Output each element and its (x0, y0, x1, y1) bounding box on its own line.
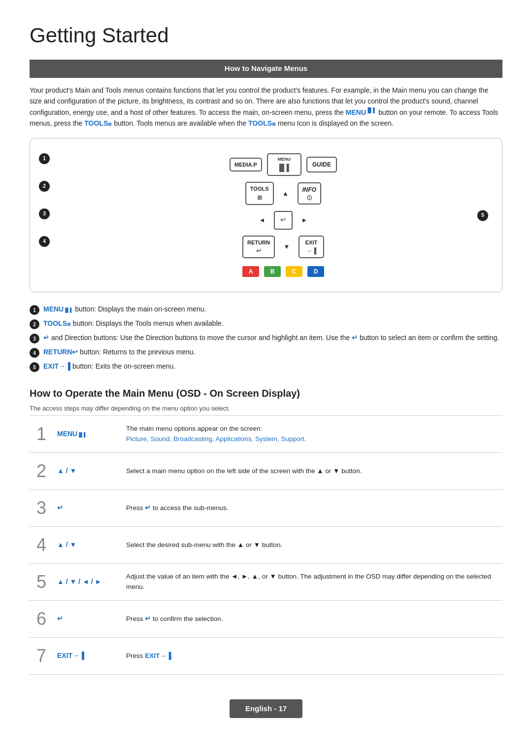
label-circle-2: 2 (39, 181, 50, 192)
label-circle-5: 5 (477, 210, 488, 221)
remote-diagram-buttons: MEDIA.P MENU ▐▌▌ GUIDE TOOLS ⊞ ▲ INFO ⓘ … (79, 153, 487, 277)
color-button-c: C (286, 266, 302, 277)
down-arrow-button: ▼ (280, 240, 294, 254)
osd-table: 1 MENU▐▌▌ The main menu options appear o… (30, 415, 502, 675)
osd-row-3: 3 ↵ Press ↵ to access the sub-menus. (30, 489, 502, 526)
osd-step-3: 3 (30, 489, 53, 526)
osd-step-1: 1 (30, 415, 53, 452)
osd-desc-5: Adjust the value of an item with the ◄, … (122, 563, 502, 600)
label-circle-3: 3 (39, 208, 50, 219)
osd-step-7: 7 (30, 637, 53, 674)
osd-desc-2: Select a main menu option on the left si… (122, 452, 502, 489)
color-buttons-row: A B C D (242, 266, 324, 277)
bullet-item-1: 1 MENU▐▌▌ button: Displays the main on-s… (30, 304, 502, 315)
bullet-enter-ref: ↵ (43, 334, 49, 342)
osd-desc-6: Press ↵ to confirm the selection. (122, 600, 502, 637)
remote-row-2: TOOLS ⊞ ▲ INFO ⓘ (245, 182, 321, 205)
bullet-return-ref: RETURN↩ (43, 348, 78, 356)
right-arrow-button: ► (298, 213, 311, 227)
tools-icon: ⊞ (257, 193, 262, 202)
osd-step-5: 5 (30, 563, 53, 600)
bullet-num-5: 5 (30, 362, 39, 372)
intro-paragraph: Your product's Main and Tools menus cont… (30, 85, 502, 129)
osd-row-4: 4 ▲ / ▼ Select the desired sub-menu with… (30, 526, 502, 563)
color-button-d: D (307, 266, 324, 277)
bullet-item-2: 2 TOOLS⊞ button: Displays the Tools menu… (30, 318, 502, 329)
bullet-num-3: 3 (30, 334, 39, 344)
osd-row-7: 7 EXIT→▐ Press EXIT→▐. (30, 637, 502, 674)
section-header: How to Navigate Menus (30, 60, 502, 78)
tools-button-ref: TOOLS⊞ (84, 119, 112, 127)
bullet-num-1: 1 (30, 305, 39, 315)
bullet-exit-ref: EXIT→▐ (43, 362, 70, 370)
label-circle-1: 1 (39, 153, 50, 164)
osd-step-6: 6 (30, 600, 53, 637)
osd-row-5: 5 ▲ / ▼ / ◄ / ► Adjust the value of an i… (30, 563, 502, 600)
return-button: RETURN ↩ (242, 236, 275, 259)
info-button: INFO ⓘ (298, 182, 322, 205)
guide-button: GUIDE (306, 157, 337, 172)
osd-subtitle: The access steps may differ depending on… (30, 404, 502, 413)
return-icon: ↩ (256, 246, 261, 255)
osd-links-1: Picture, Sound, Broadcasting, Applicatio… (126, 435, 306, 443)
osd-control-2: ▲ / ▼ (53, 452, 122, 489)
osd-row-2: 2 ▲ / ▼ Select a main menu option on the… (30, 452, 502, 489)
diagram-labels: 1 2 3 4 (39, 153, 50, 247)
osd-control-4: ▲ / ▼ (53, 526, 122, 563)
menu-icon-sym: ▐▌▌ (277, 163, 292, 173)
osd-row-6: 6 ↵ Press ↵ to confirm the selection. (30, 600, 502, 637)
footer: English - 17 (30, 694, 502, 722)
enter-button: ↵ (274, 211, 293, 230)
bullet-tools-ref: TOOLS⊞ (43, 319, 71, 327)
osd-step-4: 4 (30, 526, 53, 563)
tools-button: TOOLS ⊞ (245, 182, 274, 205)
osd-desc-1: The main menu options appear on the scre… (122, 415, 502, 452)
bullet-num-4: 4 (30, 348, 39, 358)
bullet-item-5: 5 EXIT→▐ button: Exits the on-screen men… (30, 361, 502, 372)
osd-row-1: 1 MENU▐▌▌ The main menu options appear o… (30, 415, 502, 452)
osd-step-2: 2 (30, 452, 53, 489)
bullet-menu-ref: MENU▐▌▌ (43, 305, 73, 313)
osd-title: How to Operate the Main Menu (OSD - On S… (30, 386, 502, 401)
menu-button: MENU ▐▌▌ (267, 153, 301, 176)
diagram-label-4: 4 (39, 236, 50, 247)
menu-button-ref: MENU▐▌▌ (346, 108, 377, 116)
tools-icon-ref: TOOLS⊞ (248, 119, 276, 127)
osd-control-3: ↵ (53, 489, 122, 526)
bullet-item-3: 3 ↵ and Direction buttons: Use the Direc… (30, 333, 502, 344)
diagram-label-3: 3 (39, 208, 50, 219)
osd-section: How to Operate the Main Menu (OSD - On S… (30, 386, 502, 675)
up-arrow-button: ▲ (279, 186, 293, 200)
osd-control-6: ↵ (53, 600, 122, 637)
color-button-b: B (264, 266, 281, 277)
osd-control-1: MENU▐▌▌ (53, 415, 122, 452)
bullet-enter-ref2: ↵ (352, 334, 358, 342)
bullet-num-2: 2 (30, 319, 39, 329)
left-arrow-button: ◄ (255, 213, 269, 227)
osd-control-5: ▲ / ▼ / ◄ / ► (53, 563, 122, 600)
diagram-label-1: 1 (39, 153, 50, 164)
remote-row-1: MEDIA.P MENU ▐▌▌ GUIDE (230, 153, 337, 176)
color-button-a: A (242, 266, 259, 277)
page-title: Getting Started (30, 20, 502, 51)
bullet-item-4: 4 RETURN↩ button: Returns to the previou… (30, 347, 502, 358)
diagram-label-2: 2 (39, 181, 50, 192)
bullet-list: 1 MENU▐▌▌ button: Displays the main on-s… (30, 304, 502, 372)
osd-desc-4: Select the desired sub-menu with the ▲ o… (122, 526, 502, 563)
footer-badge: English - 17 (230, 699, 302, 719)
mediap-button: MEDIA.P (230, 158, 262, 172)
osd-control-7: EXIT→▐ (53, 637, 122, 674)
osd-desc-7: Press EXIT→▐. (122, 637, 502, 674)
osd-desc-3: Press ↵ to access the sub-menus. (122, 489, 502, 526)
remote-row-4: RETURN ↩ ▼ EXIT →▐ (242, 236, 324, 259)
label-circle-4: 4 (39, 236, 50, 247)
remote-diagram-box: 1 2 3 4 MEDIA.P MENU ▐▌▌ GUIDE TOOLS (30, 138, 502, 293)
remote-row-3: ◄ ↵ ► (255, 211, 311, 230)
exit-icon: →▐ (306, 246, 317, 255)
diagram-label-5: 5 (477, 209, 488, 221)
exit-button: EXIT →▐ (299, 236, 324, 259)
